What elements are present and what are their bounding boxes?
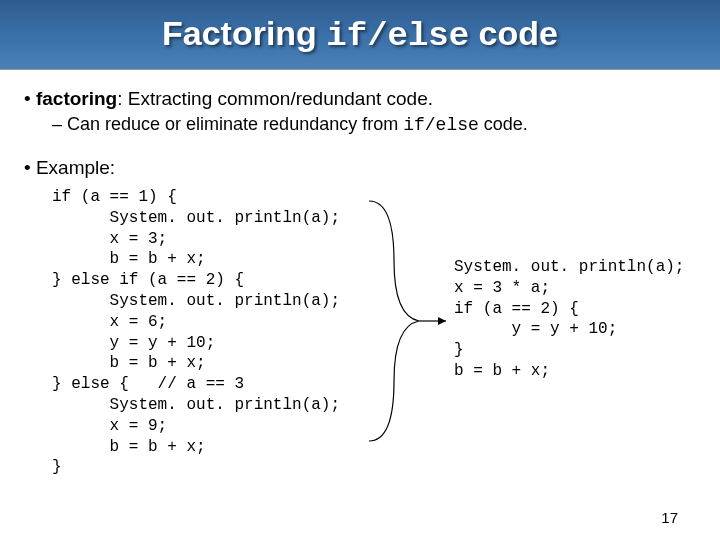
slide-number: 17 [661, 509, 678, 526]
example-label: • Example: [24, 157, 696, 179]
code-after: System. out. println(a); x = 3 * a; if (… [454, 257, 684, 382]
example-text: Example: [36, 157, 115, 178]
sub-post: code. [479, 114, 528, 134]
slide-title: Factoring if/else code [162, 14, 558, 55]
title-pre: Factoring [162, 14, 326, 52]
sub-pre: Can reduce or eliminate redundancy from [67, 114, 403, 134]
title-bar: Factoring if/else code [0, 0, 720, 70]
brace-arrow-icon [364, 191, 454, 451]
bullet-rest: : Extracting common/redundant code. [117, 88, 433, 109]
sub-mono: if/else [403, 115, 479, 135]
title-mono: if/else [326, 17, 469, 55]
title-post: code [469, 14, 558, 52]
code-area: if (a == 1) { System. out. println(a); x… [24, 187, 696, 478]
sub-bullet-redundancy: – Can reduce or eliminate redundancy fro… [52, 114, 696, 135]
code-before: if (a == 1) { System. out. println(a); x… [52, 187, 340, 478]
content-area: • factoring: Extracting common/redundant… [0, 70, 720, 478]
svg-marker-1 [438, 317, 446, 325]
bullet-term: factoring [36, 88, 117, 109]
bullet-factoring: • factoring: Extracting common/redundant… [24, 88, 696, 110]
